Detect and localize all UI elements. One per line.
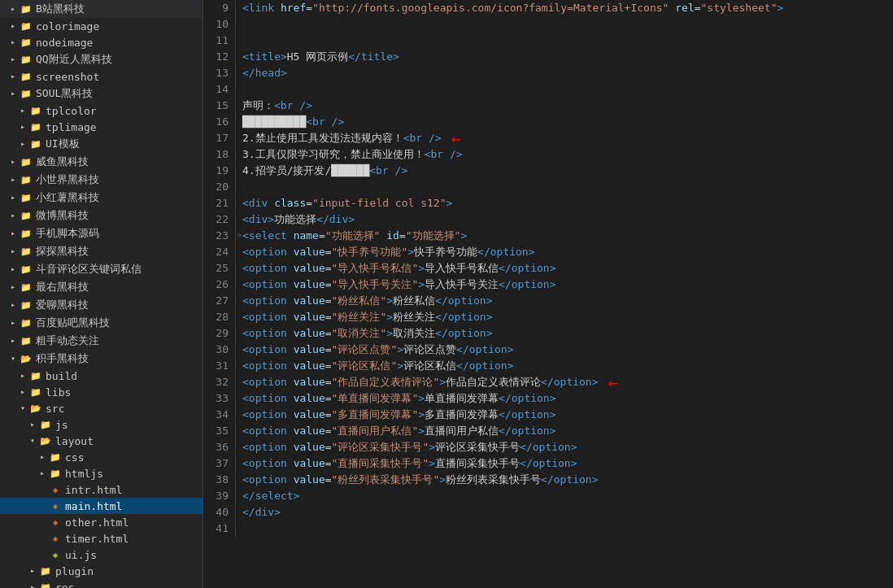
sidebar-item-weibo[interactable]: ▸📁微博黑科技	[0, 207, 203, 224]
sidebar-item-ui-moban[interactable]: ▸📁UI模板	[0, 135, 203, 153]
sidebar-item-tplcolor[interactable]: ▸📁tplcolor	[0, 102, 203, 119]
folder-icon: 📁	[20, 70, 33, 83]
folder-icon: 📁	[29, 369, 42, 382]
chevron-right-icon: ▸	[7, 245, 20, 258]
file-html-icon: ◈	[49, 516, 62, 529]
line-number-23: 23	[210, 228, 229, 244]
code-line-20	[242, 179, 886, 195]
sidebar-item-shoujiben[interactable]: ▸📁手机脚本源码	[0, 224, 203, 242]
chevron-down-icon: ▾	[26, 434, 39, 447]
line-number-30: 30	[210, 342, 229, 358]
folder-icon: 📁	[20, 191, 33, 204]
line-numbers: 9101112131415161718192021222324252627282…	[203, 0, 236, 537]
code-line-40: </div>	[242, 504, 886, 520]
chevron-down-icon: ▾	[16, 402, 29, 415]
sidebar-item-weiyu[interactable]: ▸📁威鱼黑科技	[0, 153, 203, 171]
file-html-icon: ◈	[49, 532, 62, 545]
code-line-41	[242, 520, 886, 537]
sidebar-item-jishou[interactable]: ▾📂积手黑科技	[0, 350, 203, 368]
sidebar-item-label: 百度贴吧黑科技	[36, 316, 110, 330]
folder-icon: 📁	[20, 36, 33, 49]
sidebar-item-js[interactable]: ▸📁js	[0, 416, 203, 433]
sidebar-item-libs[interactable]: ▸📁libs	[0, 384, 203, 400]
sidebar-item-other-html[interactable]: ◈other.html	[0, 514, 203, 530]
sidebar-item-ailiao[interactable]: ▸📁爱聊黑科技	[0, 296, 203, 314]
sidebar-item-baidu[interactable]: ▸📁百度贴吧黑科技	[0, 314, 203, 332]
sidebar-item-label: B站黑科技	[36, 2, 85, 16]
code-line-27: <option value="粉丝私信">粉丝私信</option>	[242, 293, 886, 309]
chevron-right-icon: ▸	[26, 564, 39, 577]
code-line-11	[242, 33, 886, 49]
sidebar-item-label: src	[46, 403, 64, 415]
sidebar-item-res[interactable]: ▸📁res	[0, 579, 203, 588]
sidebar-item-zuiyou[interactable]: ▸📁最右黑科技	[0, 278, 203, 296]
sidebar-item-qq-fuji[interactable]: ▸📁QQ附近人黑科技	[0, 50, 203, 68]
line-number-16: 16	[210, 114, 229, 130]
chevron-down-icon: ▾	[7, 352, 20, 365]
line-number-39: 39	[210, 488, 229, 504]
line-number-21: 21	[210, 195, 229, 211]
line-number-17: 17	[210, 130, 229, 146]
sidebar-item-colorimage[interactable]: ▸📁colorimage	[0, 18, 203, 34]
line-number-9: 9	[210, 0, 229, 16]
sidebar-item-xiaohong[interactable]: ▸📁小红薯黑科技	[0, 189, 203, 207]
code-line-34: <option value="多直播间发弹幕">多直播间发弹幕</option>	[242, 407, 886, 423]
sidebar-item-intr-html[interactable]: ◈intr.html	[0, 481, 203, 498]
folder-icon: 📁	[20, 53, 33, 66]
chevron-right-icon: ▸	[16, 120, 29, 133]
chevron-right-icon: ▸	[36, 451, 49, 464]
sidebar-item-plugin[interactable]: ▸📁plugin	[0, 563, 203, 579]
sidebar-item-b-keji[interactable]: ▸📁B站黑科技	[0, 0, 203, 18]
sidebar-item-screenshot[interactable]: ▸📁screenshot	[0, 68, 203, 85]
sidebar-item-kuaishou[interactable]: ▸📁粗手动态关注	[0, 332, 203, 350]
code-line-32: <option value="作品自定义表情评论">作品自定义表情评论</opt…	[242, 374, 886, 390]
sidebar-item-timer-html[interactable]: ◈timer.html	[0, 530, 203, 547]
chevron-right-icon: ▸	[7, 36, 20, 49]
sidebar-item-xiaoworld[interactable]: ▸📁小世界黑科技	[0, 171, 203, 189]
sidebar-item-label: 手机脚本源码	[36, 226, 99, 241]
code-line-12: <title>H5 网页示例</title>	[242, 49, 886, 65]
sidebar-item-ui-js[interactable]: ◈ui.js	[0, 547, 203, 563]
chevron-right-icon: ▸	[7, 53, 20, 66]
file-html-icon: ◈	[49, 499, 62, 512]
sidebar-item-label: 斗音评论区关键词私信	[36, 262, 142, 277]
sidebar-item-main-html[interactable]: ◈main.html	[0, 498, 203, 514]
line-number-32: 32	[210, 374, 229, 390]
folder-icon: 📁	[29, 385, 42, 399]
sidebar-item-label: ui.js	[65, 549, 97, 561]
sidebar-item-dougou[interactable]: ▸📁斗音评论区关键词私信	[0, 260, 203, 278]
sidebar-item-layout[interactable]: ▾📂layout	[0, 433, 203, 449]
folder-icon: 📁	[49, 467, 62, 480]
folder-icon: 📁	[20, 281, 33, 294]
chevron-right-icon: ▸	[7, 2, 20, 15]
sidebar[interactable]: ▸📁B站黑科技▸📁colorimage▸📁nodeimage▸📁QQ附近人黑科技…	[0, 0, 203, 588]
sidebar-item-src[interactable]: ▾📂src	[0, 400, 203, 416]
folder-icon: 📁	[39, 418, 52, 431]
sidebar-item-label: 最右黑科技	[36, 280, 89, 294]
sidebar-item-tplimage[interactable]: ▸📁tplimage	[0, 119, 203, 135]
code-line-24: <option value="快手养号功能">快手养号功能</option>	[242, 244, 886, 260]
sidebar-item-label: 小世界黑科技	[36, 172, 99, 187]
code-line-31: <option value="评论区私信">评论区私信</option>	[242, 358, 886, 374]
line-number-29: 29	[210, 325, 229, 342]
folder-icon: 📁	[20, 87, 33, 100]
code-line-16: ██████████<br />	[242, 114, 886, 130]
chevron-right-icon: ▸	[7, 263, 20, 276]
line-number-31: 31	[210, 358, 229, 374]
sidebar-item-build[interactable]: ▸📁build	[0, 368, 203, 384]
chevron-right-icon: ▸	[36, 467, 49, 480]
sidebar-item-label: js	[55, 419, 68, 431]
chevron-right-icon: ▸	[16, 369, 29, 382]
sidebar-item-label: main.html	[65, 500, 122, 512]
code-line-13: </head>	[242, 65, 886, 81]
sidebar-item-htmljs[interactable]: ▸📁htmljs	[0, 465, 203, 481]
sidebar-item-label: 爱聊黑科技	[36, 298, 89, 312]
sidebar-item-nodeimage[interactable]: ▸📁nodeimage	[0, 34, 203, 50]
sidebar-item-soul-keji[interactable]: ▸📁SOUL黑科技	[0, 85, 203, 102]
sidebar-item-label: libs	[46, 386, 71, 399]
sidebar-item-tantan[interactable]: ▸📁探探黑科技	[0, 242, 203, 260]
sidebar-item-label: tplimage	[46, 121, 97, 133]
folder-icon: 📁	[20, 173, 33, 186]
line-number-13: 13	[210, 65, 229, 81]
sidebar-item-css[interactable]: ▸📁css	[0, 449, 203, 465]
